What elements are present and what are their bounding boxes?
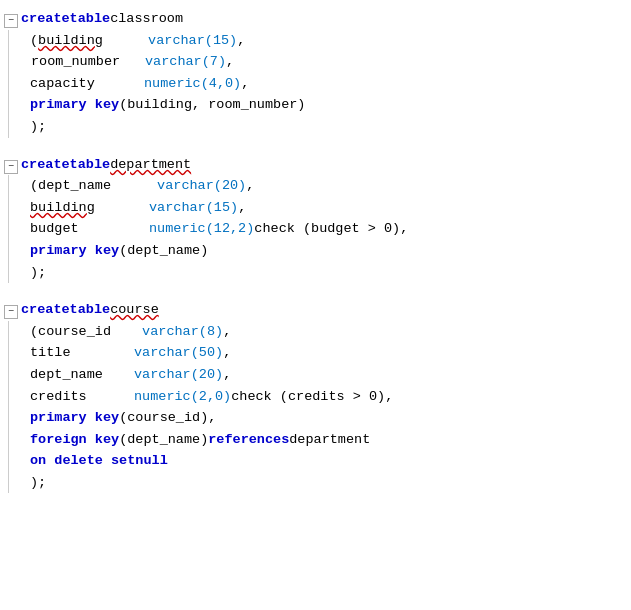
budget-type: numeric(12,2)	[149, 218, 254, 240]
department-pk: primary key	[30, 240, 119, 262]
classroom-collapse-btn[interactable]: −	[4, 14, 18, 28]
create-kw: create	[21, 8, 70, 30]
classroom-header-row: − create table classroom	[0, 8, 631, 30]
department-close: );	[9, 262, 631, 284]
table-kw2: table	[70, 154, 111, 176]
references-kw: references	[208, 429, 289, 451]
course-block: − create table course (course_idvarchar(…	[0, 299, 631, 493]
dept-name-row: (dept_namevarchar(20),	[9, 175, 631, 197]
create-kw2: create	[21, 154, 70, 176]
budget-row: budgetnumeric(12,2) check (budget > 0),	[9, 218, 631, 240]
course-close: );	[9, 472, 631, 494]
dept-name-type: varchar(20)	[157, 175, 246, 197]
course-on-delete-row: on delete set null	[9, 450, 631, 472]
classroom-open-paren: (buildingvarchar(15),	[9, 30, 631, 52]
classroom-name: classroom	[110, 8, 183, 30]
classroom-block: − create table classroom (buildingvarcha…	[0, 8, 631, 138]
open-paren: (	[30, 30, 38, 52]
dept-building-col: building	[30, 197, 145, 219]
sql-editor: − create table classroom (buildingvarcha…	[0, 0, 631, 511]
course-dept-col: dept_name	[30, 364, 130, 386]
course-pk-row: primary key (course_id),	[9, 407, 631, 429]
department-collapse-btn[interactable]: −	[4, 160, 18, 174]
room-number-row: room_numbervarchar(7),	[9, 51, 631, 73]
title-col: title	[30, 342, 130, 364]
credits-type: numeric(2,0)	[134, 386, 231, 408]
course-name: course	[110, 299, 159, 321]
credits-row: creditsnumeric(2,0) check (credits > 0),	[9, 386, 631, 408]
classroom-close: );	[9, 116, 631, 138]
department-header-row: − create table department	[0, 154, 631, 176]
table-kw: table	[70, 8, 111, 30]
course-fk: foreign key	[30, 429, 119, 451]
building-type: varchar(15)	[148, 30, 237, 52]
room-number-col: room_number	[31, 51, 141, 73]
on-delete-kw: on delete set	[30, 450, 135, 472]
title-type: varchar(50)	[134, 342, 223, 364]
capacity-row: capacitynumeric(4,0),	[9, 73, 631, 95]
dept-name-col: dept_name	[38, 175, 153, 197]
classroom-pk-row: primary key (building, room_number)	[9, 94, 631, 116]
course-id-row: (course_idvarchar(8),	[9, 321, 631, 343]
capacity-type: numeric(4,0)	[144, 73, 241, 95]
dept-building-type: varchar(15)	[149, 197, 238, 219]
course-fk-row: foreign key (dept_name) references depar…	[9, 429, 631, 451]
department-block: − create table department (dept_namevarc…	[0, 154, 631, 284]
capacity-col: capacity	[30, 73, 140, 95]
department-pk-row: primary key (dept_name)	[9, 240, 631, 262]
classroom-body: (buildingvarchar(15), room_numbervarchar…	[8, 30, 631, 138]
course-id-type: varchar(8)	[142, 321, 223, 343]
create-kw3: create	[21, 299, 70, 321]
table-kw3: table	[70, 299, 111, 321]
room-number-type: varchar(7)	[145, 51, 226, 73]
course-collapse-btn[interactable]: −	[4, 305, 18, 319]
department-body: (dept_namevarchar(20), buildingvarchar(1…	[8, 175, 631, 283]
course-id-col: course_id	[38, 321, 138, 343]
null-kw: null	[135, 450, 167, 472]
title-row: titlevarchar(50),	[9, 342, 631, 364]
dept-building-row: buildingvarchar(15),	[9, 197, 631, 219]
course-dept-type: varchar(20)	[134, 364, 223, 386]
building-col: building	[38, 30, 148, 52]
course-pk: primary key	[30, 407, 119, 429]
budget-col: budget	[30, 218, 145, 240]
course-dept-row: dept_namevarchar(20),	[9, 364, 631, 386]
course-body: (course_idvarchar(8), titlevarchar(50), …	[8, 321, 631, 494]
course-header-row: − create table course	[0, 299, 631, 321]
department-name: department	[110, 154, 191, 176]
classroom-pk: primary key	[30, 94, 119, 116]
credits-col: credits	[30, 386, 130, 408]
